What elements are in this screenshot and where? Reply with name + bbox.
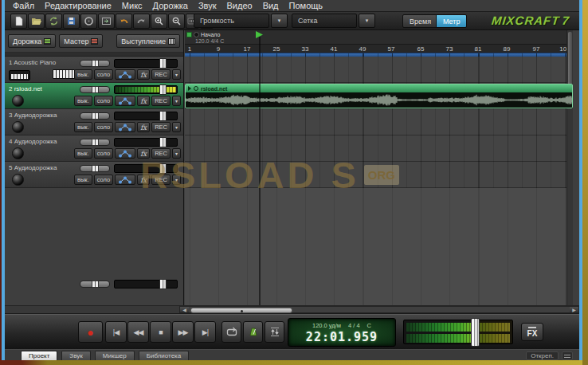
fx-button[interactable]: fx <box>137 175 150 185</box>
mute-button[interactable]: вык. <box>74 148 92 159</box>
fast-forward-button[interactable]: ▶▶ <box>172 321 194 343</box>
rec-arm-button[interactable]: REC <box>151 69 171 80</box>
tab-sound[interactable]: Звук <box>61 351 90 360</box>
pan-handle[interactable] <box>92 165 99 172</box>
pan-slider[interactable] <box>80 60 110 67</box>
pan-handle[interactable] <box>92 281 99 288</box>
solo-button[interactable]: соло <box>94 148 113 159</box>
track-header-3[interactable]: 3 Аудиодорожка вык. соло fx REC ▾ <box>5 109 183 135</box>
tab-project[interactable]: Проект <box>21 351 57 360</box>
lane-4[interactable] <box>185 135 573 162</box>
loop-mode-button[interactable] <box>221 321 241 343</box>
meter-mode-button[interactable]: Метр <box>436 14 467 28</box>
volume-handle[interactable] <box>159 58 167 69</box>
audio-clip-header[interactable]: rsload.net <box>186 84 572 92</box>
volume-slider[interactable] <box>114 85 178 94</box>
lcd-display[interactable]: 120.0 уд/м 4 / 4 C 22:01.959 <box>288 318 396 347</box>
punch-in-out-button[interactable] <box>265 321 284 343</box>
stop-button[interactable]: ■ <box>150 321 171 343</box>
waveform[interactable] <box>186 92 572 108</box>
track-header-5[interactable]: 5 Аудиодорожка вык. соло fx REC ▾ <box>5 162 183 188</box>
zoom-in-button[interactable] <box>151 14 167 29</box>
mix-to-file-button[interactable] <box>98 14 115 29</box>
menu-track[interactable]: Дорожка <box>153 1 188 10</box>
audio-clip[interactable]: rsload.net <box>185 84 573 108</box>
menu-mix[interactable]: Микс <box>122 1 143 10</box>
scroll-left-arrow[interactable]: ◀ <box>180 307 189 312</box>
track-header-2[interactable]: 2 rsload.net вык. соло fx REC ▾ <box>5 83 183 109</box>
rewind-button[interactable]: ◀◀ <box>127 321 149 343</box>
fx-button[interactable]: fx <box>137 96 150 106</box>
volume-slider[interactable] <box>114 164 178 173</box>
menu-view[interactable]: Вид <box>263 1 279 10</box>
mute-button[interactable]: вык. <box>74 175 92 185</box>
track-lanes[interactable] <box>185 57 573 188</box>
track-menu-arrow[interactable]: ▾ <box>172 122 181 132</box>
skip-to-start-button[interactable]: |◀ <box>105 321 127 343</box>
tab-mixer[interactable]: Микшер <box>95 351 135 360</box>
time-mode-button[interactable]: Время <box>402 14 438 28</box>
zoom-out-button[interactable] <box>168 14 185 29</box>
horizontal-scroll-thumb[interactable] <box>190 308 292 313</box>
rec-arm-button[interactable]: REC <box>151 96 171 106</box>
mute-button[interactable]: вык. <box>74 69 92 80</box>
fx-button[interactable]: fx <box>137 69 150 80</box>
solo-button[interactable]: соло <box>94 96 113 106</box>
track-header-1[interactable]: 1 Acoustic Piano вык. соло fx REC ▾ <box>5 57 183 83</box>
pan-handle[interactable] <box>92 60 99 67</box>
speaker-icon[interactable] <box>12 121 24 133</box>
automation-button[interactable] <box>115 175 135 185</box>
beat-ruler[interactable]: 1 9 17 25 33 41 49 57 65 73 81 89 97 105 <box>185 45 573 57</box>
track-menu-arrow[interactable]: ▾ <box>172 96 181 106</box>
pan-slider[interactable] <box>80 112 110 120</box>
skip-to-end-button[interactable]: ▶| <box>194 321 216 343</box>
clip-loop-icon[interactable] <box>194 86 198 91</box>
pan-slider[interactable] <box>80 139 110 146</box>
grid-dropdown[interactable]: Сетка <box>292 14 357 28</box>
track-header-4[interactable]: 4 Аудиодорожка вык. соло fx REC ▾ <box>5 135 183 162</box>
master-fx-button[interactable]: FX <box>521 323 543 341</box>
speaker-icon[interactable] <box>12 95 24 107</box>
automation-button[interactable] <box>115 148 135 159</box>
pan-handle[interactable] <box>92 139 99 146</box>
pan-handle[interactable] <box>92 86 99 93</box>
volume-slider[interactable] <box>114 280 178 288</box>
solo-button[interactable]: соло <box>94 69 113 80</box>
mute-button[interactable]: вык. <box>74 122 92 132</box>
master-volume-fader[interactable] <box>471 318 480 347</box>
volume-slider[interactable] <box>114 138 178 147</box>
menu-sound[interactable]: Звук <box>198 1 217 10</box>
undo-button[interactable] <box>116 14 132 29</box>
pan-slider[interactable] <box>80 281 110 288</box>
solo-button[interactable]: соло <box>94 175 113 185</box>
track-menu-arrow[interactable]: ▾ <box>172 69 181 80</box>
marker-row[interactable]: Начало 120.0 4/4 C <box>185 30 573 45</box>
burn-cd-button[interactable] <box>80 14 97 29</box>
scroll-right-arrow[interactable]: ▶ <box>570 307 578 312</box>
horizontal-scrollbar[interactable]: ◀ ▶ <box>179 306 579 313</box>
performance-button[interactable]: Выступление <box>116 34 180 48</box>
tab-library[interactable]: Библиотека <box>139 351 190 360</box>
volume-mode-dropdown[interactable]: Громкость <box>194 14 269 28</box>
pan-slider[interactable] <box>80 86 110 93</box>
menu-video[interactable]: Видео <box>227 1 253 10</box>
speaker-icon[interactable] <box>12 147 24 159</box>
automation-button[interactable] <box>115 96 135 106</box>
master-track-button[interactable]: Мастер <box>59 34 103 48</box>
redo-button[interactable] <box>133 14 150 29</box>
speaker-icon[interactable] <box>12 174 24 186</box>
volume-slider[interactable] <box>114 59 178 68</box>
empty-timeline-area[interactable] <box>185 188 573 305</box>
volume-handle[interactable] <box>159 137 167 147</box>
automation-button[interactable] <box>115 69 135 80</box>
save-button[interactable] <box>63 14 80 29</box>
rec-arm-button[interactable]: REC <box>151 175 171 185</box>
undock-button[interactable]: Откреп. <box>526 351 559 360</box>
add-track-button[interactable]: Дорожка <box>8 34 56 48</box>
lane-5[interactable] <box>185 162 573 188</box>
grid-dropdown-arrow[interactable]: ▼ <box>359 14 375 28</box>
mute-button[interactable]: вык. <box>74 96 92 106</box>
fx-button[interactable]: fx <box>137 148 150 159</box>
new-file-button[interactable] <box>10 14 27 29</box>
solo-button[interactable]: соло <box>94 122 113 132</box>
